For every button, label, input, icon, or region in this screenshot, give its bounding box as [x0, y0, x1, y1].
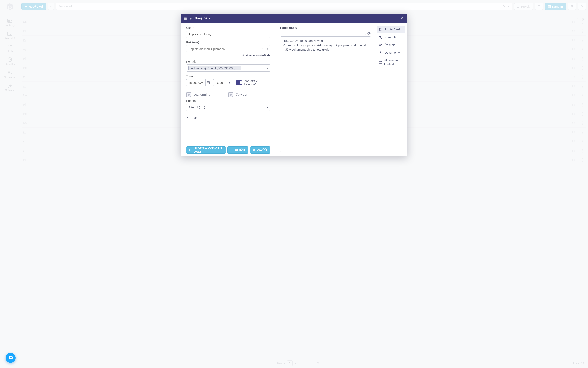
grid-icon: ▤ — [184, 17, 187, 20]
all-day-label: Celý den — [235, 93, 248, 96]
chat-icon — [8, 356, 13, 360]
contact-combo[interactable]: Adamovský Daniel (609 999 888) ✕ ✕ ▾ — [186, 64, 270, 72]
task-name-input[interactable] — [186, 31, 270, 38]
assignees-label: Řešitel(é) — [186, 41, 270, 44]
description-text: Připrav smlouvy s panem Adamovským k pod… — [283, 43, 368, 52]
chevron-down-icon[interactable]: ▾ — [265, 46, 270, 52]
contact-clear[interactable]: ✕ — [260, 64, 265, 71]
chevron-right-icon: ≫ — [189, 16, 193, 21]
no-deadline-checkbox[interactable] — [186, 92, 191, 97]
deadline-date-input[interactable]: 18.09.2024 — [186, 79, 211, 86]
svg-point-25 — [380, 44, 381, 45]
calendar-picker-icon[interactable] — [205, 79, 211, 86]
assignees-clear[interactable]: ✕ — [260, 46, 265, 52]
chip-remove[interactable]: ✕ — [237, 66, 240, 70]
form-column: Úkol* Řešitel(é) ✕ ▾ přidat se — [181, 23, 276, 156]
more-toggle[interactable]: ▼ Další — [186, 116, 270, 120]
no-deadline-label: bez termínu — [193, 93, 210, 96]
new-task-modal: ▤ ≫ Nový úkol ✕ Úkol* — [181, 14, 407, 156]
tab-popis-úkolu[interactable]: Popis úkolu — [377, 26, 405, 33]
show-in-calendar-switch[interactable] — [236, 80, 242, 85]
deadline-label: Termín — [186, 74, 270, 78]
chat-fab-button[interactable] — [6, 353, 16, 363]
modal-header: ▤ ≫ Nový úkol ✕ — [181, 14, 407, 23]
i-beam-cursor — [326, 142, 326, 146]
svg-rect-27 — [379, 62, 382, 64]
tab-dokumenty[interactable]: Dokumenty — [377, 49, 405, 57]
add-self-link[interactable]: přidat sebe jako řešitele — [186, 54, 270, 57]
contact-label: Kontakt — [186, 60, 270, 63]
comments-icon — [379, 36, 383, 39]
chevron-down-icon[interactable]: ▾ — [265, 64, 270, 71]
people-icon — [379, 44, 383, 46]
chevron-down-icon[interactable]: ▾ — [265, 104, 270, 110]
close-icon: ✕ — [400, 16, 404, 21]
close-icon: ✕ — [253, 148, 255, 152]
caret-down-icon: ▼ — [186, 116, 189, 119]
modal-title: Nový úkol — [194, 16, 211, 20]
tab-komentáře[interactable]: Komentáře — [377, 33, 405, 41]
book-icon — [379, 28, 383, 31]
contact-chip: Adamovský Daniel (609 999 888) ✕ — [188, 66, 241, 70]
tab-řešitelé[interactable]: Řešitelé — [377, 41, 405, 49]
task-label: Úkol* — [186, 26, 270, 29]
help-icon[interactable]: ? — [365, 32, 366, 36]
priority-label: Priorita — [186, 99, 270, 102]
show-in-calendar-label: Zobrazit v kalendáři — [244, 79, 270, 86]
svg-rect-22 — [190, 149, 191, 150]
deadline-time-select[interactable]: 16:00 ▾ — [213, 79, 232, 86]
modal-close-button[interactable]: ✕ — [399, 16, 404, 21]
description-title: Popis úkolu — [280, 26, 371, 29]
save-button[interactable]: ULOŽIT — [227, 147, 248, 154]
description-meta: [18.09.2024 10:29 Jan Novák] — [283, 39, 368, 43]
preview-icon[interactable] — [368, 32, 371, 36]
close-button[interactable]: ✕ ZAVŘÍT — [250, 147, 270, 154]
chevron-down-icon[interactable]: ▾ — [227, 79, 232, 86]
modal-overlay: ▤ ≫ Nový úkol ✕ Úkol* — [0, 0, 588, 368]
description-textarea[interactable]: [18.09.2024 10:29 Jan Novák] Připrav sml… — [280, 37, 371, 152]
activity-icon — [379, 61, 382, 64]
svg-point-24 — [369, 33, 370, 34]
svg-rect-23 — [231, 149, 232, 150]
clip-icon — [379, 51, 383, 55]
save-icon — [189, 149, 192, 152]
all-day-checkbox[interactable] — [228, 92, 233, 97]
detail-tabs: Popis úkoluKomentářeŘešiteléDokumentyAkt… — [375, 23, 407, 156]
save-and-create-next-button[interactable]: ULOŽIT A VYTVOŘIT DALŠÍ — [186, 147, 226, 154]
description-column: Popis úkolu ? [18.09.2024 10:29 Jan Nová… — [276, 23, 375, 156]
priority-select[interactable]: Střední ( ! ! ) ▾ — [186, 104, 270, 111]
svg-point-26 — [381, 44, 382, 45]
assignees-combo[interactable]: ✕ ▾ — [186, 45, 270, 52]
tab-aktivity-ke-kontaktu[interactable]: Aktivity ke kontaktu — [377, 57, 405, 68]
save-icon — [230, 149, 233, 152]
svg-rect-20 — [207, 82, 210, 84]
